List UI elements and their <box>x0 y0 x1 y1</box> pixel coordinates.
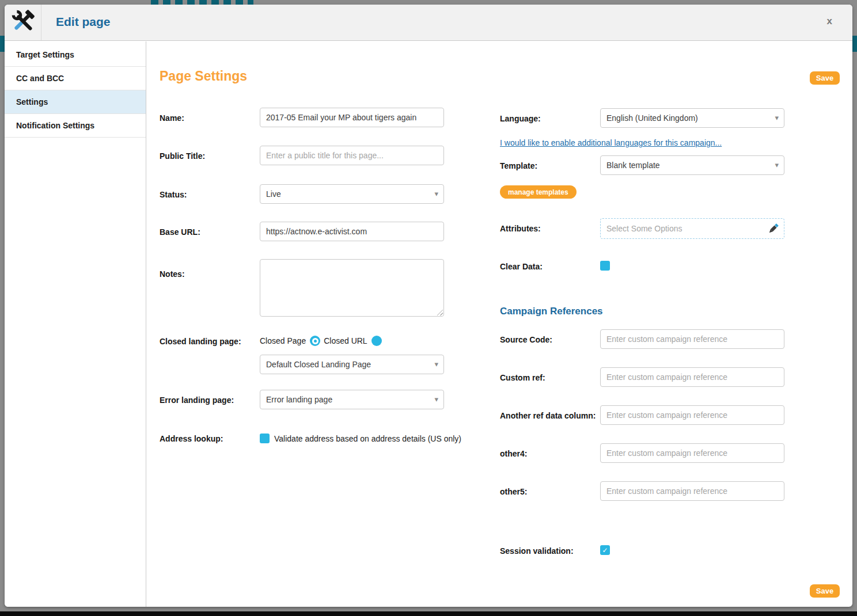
status-select[interactable]: Live ▾ <box>260 184 444 204</box>
other4-input[interactable] <box>600 443 784 463</box>
base-url-label: Base URL: <box>160 227 200 237</box>
address-lookup-text: Validate address based on address detail… <box>274 434 461 443</box>
closed-landing-page-label: Closed landing page: <box>160 337 241 346</box>
tools-icon <box>11 9 35 36</box>
source-code-input[interactable] <box>600 329 784 349</box>
status-select-value: Live <box>266 189 281 199</box>
close-icon[interactable]: x <box>827 16 832 26</box>
radio-dot <box>314 340 317 343</box>
source-code-label: Source Code: <box>500 335 552 344</box>
chevron-down-icon: ▾ <box>434 360 438 368</box>
save-button-bottom[interactable]: Save <box>810 584 840 598</box>
other5-input[interactable] <box>600 481 784 501</box>
name-input[interactable] <box>260 108 444 127</box>
custom-ref-input[interactable] <box>600 367 784 387</box>
error-landing-page-label: Error landing page: <box>160 396 234 405</box>
sidebar-item-notification-settings[interactable]: Notification Settings <box>5 114 146 138</box>
closed-url-radio-label: Closed URL <box>324 336 367 345</box>
sidebar-item-settings[interactable]: Settings <box>5 90 146 114</box>
status-label: Status: <box>160 190 187 199</box>
chevron-down-icon: ▾ <box>434 395 438 404</box>
session-validation-label: Session validation: <box>500 546 574 556</box>
closed-url-radio[interactable] <box>371 336 382 346</box>
attributes-label: Attributes: <box>500 224 541 233</box>
radio-ring <box>312 338 318 344</box>
screen-bottom-bar <box>0 611 857 616</box>
closed-landing-select[interactable]: Default Closed Landing Page ▾ <box>260 355 444 374</box>
edit-pencil-icon[interactable] <box>767 222 780 235</box>
address-lookup-checkbox[interactable] <box>260 434 270 443</box>
closed-landing-radio-group: Closed Page Closed URL <box>260 336 382 346</box>
language-select-value: English (United Kingdom) <box>606 113 698 123</box>
tools-icon-cell <box>5 5 41 40</box>
modal-header: Edit page x <box>5 5 852 41</box>
template-label: Template: <box>500 161 537 170</box>
campaign-references-heading: Campaign References <box>500 306 603 317</box>
page-settings-panel: Page Settings Save Name: Public Title: S… <box>146 41 852 607</box>
session-validation-checkbox[interactable]: ✓ <box>600 545 610 555</box>
chevron-down-icon: ▾ <box>775 161 779 169</box>
edit-page-modal: Edit page x Target Settings CC and BCC S… <box>5 5 852 607</box>
template-select[interactable]: Blank template ▾ <box>600 155 784 175</box>
attributes-placeholder: Select Some Options <box>606 224 682 233</box>
closed-page-radio-label: Closed Page <box>260 336 306 345</box>
manage-templates-button[interactable]: manage templates <box>500 185 577 199</box>
modal-title: Edit page <box>56 15 111 29</box>
another-ref-label: Another ref data column: <box>500 411 596 420</box>
error-landing-select[interactable]: Error landing page ▾ <box>260 390 444 409</box>
save-button-top[interactable]: Save <box>810 71 840 85</box>
name-label: Name: <box>160 113 184 123</box>
background-page-fragment-left <box>0 36 5 52</box>
closed-landing-select-value: Default Closed Landing Page <box>266 360 371 369</box>
sidebar-item-target-settings[interactable]: Target Settings <box>5 43 146 67</box>
clear-data-label: Clear Data: <box>500 262 543 271</box>
attributes-multiselect[interactable]: Select Some Options <box>600 218 784 239</box>
error-landing-select-value: Error landing page <box>266 395 332 404</box>
background-page-fragment-right <box>852 36 857 52</box>
base-url-input[interactable] <box>260 222 444 241</box>
additional-languages-link[interactable]: I would like to enable additional langua… <box>500 138 722 147</box>
public-title-label: Public Title: <box>160 151 205 161</box>
other4-label: other4: <box>500 449 527 458</box>
notes-textarea[interactable] <box>260 259 444 317</box>
language-label: Language: <box>500 114 541 123</box>
other5-label: other5: <box>500 487 527 496</box>
chevron-down-icon: ▾ <box>775 113 779 122</box>
clear-data-checkbox[interactable] <box>600 261 610 271</box>
closed-page-radio[interactable] <box>310 336 320 346</box>
notes-label: Notes: <box>160 269 185 279</box>
sidebar: Target Settings CC and BCC Settings Noti… <box>5 41 146 607</box>
custom-ref-label: Custom ref: <box>500 373 545 382</box>
page-title: Page Settings <box>160 69 247 84</box>
address-lookup-label: Address lookup: <box>160 434 223 443</box>
check-icon: ✓ <box>602 547 608 554</box>
public-title-input[interactable] <box>260 146 444 165</box>
sidebar-item-cc-and-bcc[interactable]: CC and BCC <box>5 67 146 90</box>
chevron-down-icon: ▾ <box>434 189 438 198</box>
another-ref-input[interactable] <box>600 405 784 425</box>
template-select-value: Blank template <box>606 161 660 170</box>
language-select[interactable]: English (United Kingdom) ▾ <box>600 108 784 128</box>
